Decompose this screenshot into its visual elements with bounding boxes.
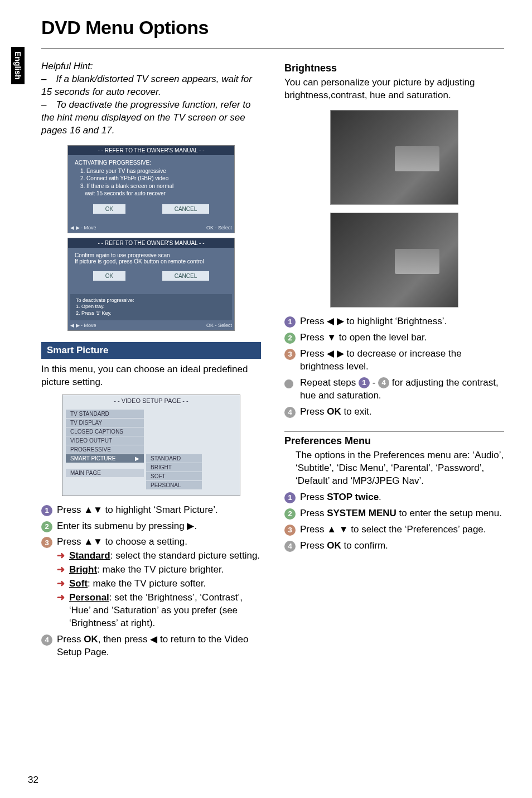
brightness-intro: You can personalize your picture by adju… [284, 76, 504, 102]
step-badge-1: 1 [41, 505, 52, 516]
pstep-1-b: STOP twice [327, 492, 379, 502]
pstep-1-post: . [379, 492, 381, 502]
osd2-foot2: 2. Press '1' Key. [76, 310, 226, 317]
bstep-4-post: to exit. [341, 406, 372, 417]
opt-soft: Soft [69, 578, 88, 589]
bstep-2: 2 Press ▼ to open the level bar. [284, 331, 504, 344]
osd1-item: 2. Connect with YPbPr (GBR) video [80, 175, 228, 182]
bstep-4: 4 Press OK to exit. [284, 406, 504, 419]
vs-right-item: PERSONAL [146, 481, 202, 489]
bstep-3-text: Press ◀ ▶ to decrease or increase the br… [300, 348, 462, 372]
osd2-line2: If picture is good, press OK button on r… [75, 258, 228, 265]
inline-badge-1: 1 [359, 377, 370, 388]
opt-standard-rest: : select the standard picture setting. [110, 550, 260, 561]
prefs-heading: Preferences Menu [284, 435, 504, 447]
vs-left-item-label: SMART PICTURE [70, 455, 115, 462]
pstep-1-pre: Press [300, 492, 327, 502]
left-column: Helpful Hint: – If a blank/distorted TV … [41, 60, 261, 662]
osd2-foot1: 1. Open tray. [76, 304, 226, 310]
video-setup-panel: - - VIDEO SETUP PAGE - - TV STANDARD TV … [62, 395, 240, 496]
hint-block: Helpful Hint: – If a blank/distorted TV … [41, 60, 261, 137]
bstep-2-text: Press ▼ to open the level bar. [300, 332, 427, 343]
opt-personal: Personal [69, 592, 109, 603]
step-badge-2: 2 [284, 333, 296, 344]
osd1-title: - - REFER TO THE OWNER'S MANUAL - - [68, 146, 234, 155]
chevron-right-icon: ▶ [135, 455, 139, 462]
step-badge-2: 2 [284, 508, 296, 520]
vs-right-item: BRIGHT [146, 463, 202, 472]
osd2-foot-move: ◀ ▶ - Move [70, 323, 96, 328]
tv-sample-image-1 [330, 110, 458, 205]
bstep-4-ok: OK [327, 406, 341, 417]
osd1-ok-button: OK [93, 204, 125, 214]
bullet-icon [284, 379, 293, 388]
pstep-4: 4 Press OK to confirm. [284, 540, 504, 552]
bstep-bullet-pre: Repeat steps [300, 377, 359, 388]
step-4-pre: Press [57, 634, 84, 645]
bstep-1: 1 Press ◀ ▶ to highlight ‘Brightness’. [284, 315, 504, 328]
bstep-1-text: Press ◀ ▶ to highlight ‘Brightness’. [300, 316, 447, 326]
arrow-personal: ➜ Personal: set the ‘Brightness’, ‘Contr… [57, 592, 261, 630]
prefs-intro: The options in the Preferences menu are:… [284, 449, 504, 488]
step-badge-4: 4 [284, 541, 296, 552]
arrow-icon: ➜ [57, 578, 65, 590]
osd1-foot-select: OK - Select [206, 225, 232, 230]
right-column: Brightness You can personalize your pict… [284, 60, 504, 662]
step-badge-2: 2 [41, 521, 52, 532]
osd1-heading: ACTIVATING PROGRESSIVE: [75, 160, 228, 166]
brightness-steps: 1 Press ◀ ▶ to highlight ‘Brightness’. 2… [284, 315, 504, 419]
page-number: 32 [28, 775, 38, 786]
step-4-ok: OK [84, 634, 98, 645]
vs-left-item: PROGRESSIVE [66, 445, 144, 454]
opt-soft-rest: : make the TV picture softer. [88, 578, 206, 589]
step-3: 3 Press ▲▼ to choose a setting. ➜ Standa… [41, 536, 261, 630]
step-1: 1 Press ▲▼ to highlight ‘Smart Picture’. [41, 504, 261, 517]
step-2-text: Enter its submenu by pressing ▶. [57, 521, 197, 531]
step-badge-1: 1 [284, 492, 296, 503]
pstep-1: 1 Press STOP twice. [284, 491, 504, 504]
arrow-standard: ➜ Standard: select the standard picture … [57, 550, 261, 563]
pstep-3: 3 Press ▲ ▼ to select the ‘Preferences’ … [284, 523, 504, 536]
step-1-pre: Press ▲▼ [57, 504, 103, 515]
pstep-3-text: Press ▲ ▼ to select the ‘Preferences’ pa… [300, 524, 486, 535]
prefs-rule [284, 431, 504, 432]
arrow-soft: ➜ Soft: make the TV picture softer. [57, 578, 261, 590]
osd-panel-activating: - - REFER TO THE OWNER'S MANUAL - - ACTI… [67, 145, 235, 233]
arrow-bright: ➜ Bright: make the TV picture brighter. [57, 564, 261, 576]
vs-left-item: TV STANDARD [66, 410, 144, 418]
smart-picture-bar: Smart Picture [41, 342, 261, 359]
language-tab: English [11, 47, 25, 84]
osd2-title: - - REFER TO THE OWNER'S MANUAL - - [68, 238, 234, 248]
osd1-item: 1. Ensure your TV has progressive [80, 167, 228, 175]
pstep-2-b: SYSTEM MENU [327, 508, 396, 518]
bstep-bullet: Repeat steps 1 - 4 for adjusting the con… [284, 377, 504, 402]
step-badge-3: 3 [284, 349, 296, 360]
osd2-foot-heading: To deactivate progressive: [76, 297, 226, 304]
arrow-icon: ➜ [57, 550, 65, 563]
content-columns: Helpful Hint: – If a blank/distorted TV … [41, 60, 504, 662]
title-rule [41, 49, 504, 49]
vs-left-item: CLOSED CAPTIONS [66, 427, 144, 436]
vs-right-item: SOFT [146, 472, 202, 480]
smart-picture-intro: In this menu, you can choose an ideal pr… [41, 363, 261, 389]
pstep-4-pre: Press [300, 540, 327, 551]
video-setup-title: - - VIDEO SETUP PAGE - - [62, 395, 240, 406]
pstep-2: 2 Press SYSTEM MENU to enter the setup m… [284, 507, 504, 520]
inline-badge-4: 4 [378, 377, 389, 388]
osd2-line1: Confirm again to use progressive scan [75, 252, 228, 258]
opt-bright: Bright [69, 564, 97, 575]
pstep-4-post: to confirm. [341, 540, 388, 551]
step-2: 2 Enter its submenu by pressing ▶. [41, 520, 261, 533]
vs-left-item-selected: SMART PICTURE▶ [66, 454, 144, 463]
osd1-item: 3. If there is a blank screen on normal [80, 182, 228, 190]
vs-main-page: MAIN PAGE [66, 469, 144, 477]
page-title: DVD Menu Options [41, 17, 504, 39]
vs-right-item: STANDARD [146, 454, 202, 463]
smart-picture-steps: 1 Press ▲▼ to highlight ‘Smart Picture’.… [41, 504, 261, 659]
osd1-cancel-button: CANCEL [162, 204, 210, 214]
step-4: 4 Press OK, then press ◀ to return to th… [41, 633, 261, 659]
tv-sample-image-2 [330, 213, 458, 307]
osd1-foot-move: ◀ ▶ - Move [70, 225, 96, 230]
osd1-item: wait 15 seconds for auto recover [80, 190, 228, 198]
osd2-ok-button: OK [93, 271, 125, 281]
